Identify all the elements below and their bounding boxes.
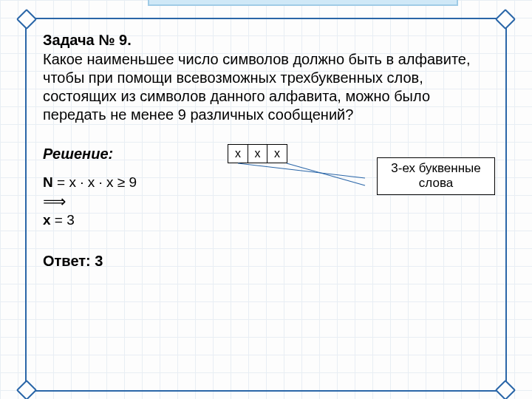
callout-line2: слова (382, 176, 490, 191)
callout-box: 3-ех буквенные слова (377, 157, 495, 195)
solution-area: x x x 3-ех буквенные слова N = x ∙ x ∙ x… (43, 169, 489, 317)
content-area: Задача № 9. Какое наименьшее число симво… (43, 31, 489, 317)
letter-box: x (267, 144, 287, 163)
implication-arrow: ⟹ (43, 191, 137, 212)
answer-value: 3 (95, 253, 103, 269)
equations: N = x ∙ x ∙ x ≥ 9 ⟹ x = 3 (43, 174, 137, 229)
task-problem-text: Какое наименьшее число символов должно б… (43, 50, 489, 124)
formula-text: = x ∙ x ∙ x ≥ 9 (53, 174, 137, 190)
letter-box: x (228, 144, 248, 163)
letter-boxes: x x x (228, 144, 287, 163)
result-text: = 3 (51, 212, 75, 228)
task-title: Задача № 9. (43, 31, 489, 50)
letter-box: x (248, 144, 268, 163)
top-banner (148, 0, 458, 6)
answer-line: Ответ: 3 (43, 252, 103, 270)
callout-line1: 3-ех буквенные (382, 161, 490, 176)
svg-line-1 (287, 163, 365, 185)
svg-line-0 (238, 163, 365, 178)
answer-label: Ответ: (43, 253, 91, 269)
